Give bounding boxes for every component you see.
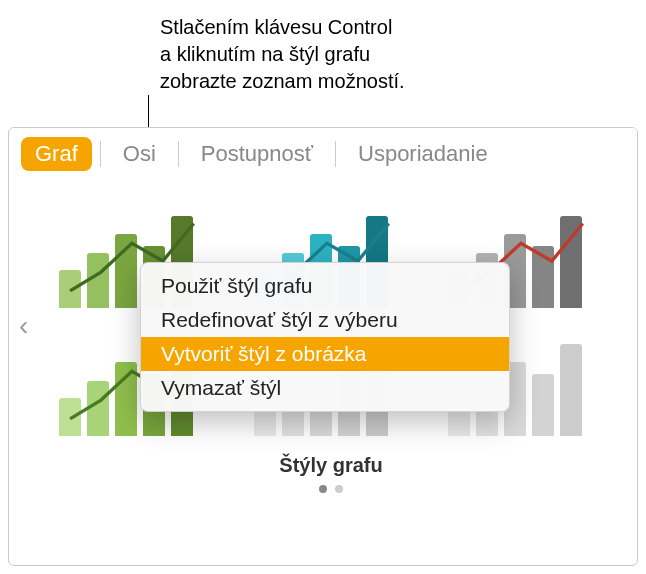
callout-line-2: a kliknutím na štýl grafu	[160, 41, 405, 68]
callout-text: Stlačením klávesu Control a kliknutím na…	[160, 14, 405, 95]
tab-chart[interactable]: Graf	[21, 137, 92, 171]
callout-line-3: zobrazte zoznam možností.	[160, 68, 405, 95]
tab-axes[interactable]: Osi	[109, 137, 170, 171]
tab-arrange[interactable]: Usporiadanie	[344, 137, 502, 171]
tab-divider	[335, 141, 336, 167]
menu-item-redefine-style[interactable]: Redefinovať štýl z výberu	[141, 303, 509, 337]
tab-divider	[178, 141, 179, 167]
styles-section-title: Štýly grafu	[59, 454, 603, 477]
pagination-dots	[59, 485, 603, 493]
tab-series[interactable]: Postupnosť	[187, 137, 327, 171]
menu-item-apply-style[interactable]: Použiť štýl grafu	[141, 269, 509, 303]
tab-divider	[100, 141, 101, 167]
page-dot[interactable]	[319, 485, 327, 493]
page-dot[interactable]	[335, 485, 343, 493]
menu-item-create-from-image[interactable]: Vytvoriť štýl z obrázka	[141, 337, 509, 371]
tab-bar: Graf Osi Postupnosť Usporiadanie	[9, 128, 637, 180]
menu-item-delete-style[interactable]: Vymazať štýl	[141, 371, 509, 405]
context-menu: Použiť štýl grafu Redefinovať štýl z výb…	[140, 262, 510, 412]
callout-line-1: Stlačením klávesu Control	[160, 14, 405, 41]
styles-prev-arrow[interactable]: ‹	[19, 310, 28, 342]
